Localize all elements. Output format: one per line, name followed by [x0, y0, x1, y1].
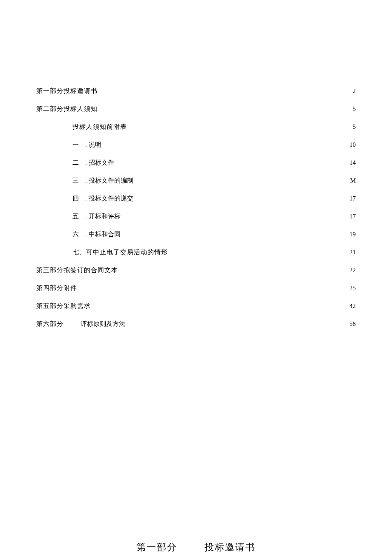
toc-entry-page: 25	[347, 282, 356, 294]
toc-entry: 七、可中止电子交易活动的情形21	[36, 247, 356, 258]
toc-entry-title: 招标文件	[89, 157, 114, 169]
toc-entry-dot: .	[85, 229, 87, 240]
toc-entry-title: 说明	[89, 139, 101, 151]
toc-entry-page: 17	[347, 193, 356, 204]
toc-entry-label: 第三部分拟签订的合同文本	[36, 264, 118, 276]
toc-entry-page: 58	[347, 318, 356, 330]
toc-entry-label: 七、可中止电子交易活动的情形	[72, 247, 168, 258]
toc-entry-number: 六	[72, 229, 85, 240]
toc-entry: 第二部分投标人须知5	[36, 103, 356, 115]
toc-entry-page: 5	[347, 103, 356, 115]
toc-entry: 第三部分拟签订的合同文本22	[36, 264, 356, 276]
toc-entry-dot: .	[85, 193, 87, 204]
toc-entry: 六.中标和合同19	[36, 229, 356, 240]
toc-entry: 三.投标文件的编制M	[36, 175, 356, 186]
toc-entry: 第四部分附件25	[36, 282, 356, 294]
section-heading: 第一部分 投标邀请书	[36, 541, 356, 554]
toc-entry: 第一部分投标邀请书2	[36, 85, 356, 97]
section-part-label: 第一部分	[136, 541, 177, 554]
toc-entry-page: 22	[347, 264, 356, 276]
toc-entry-number: 五	[72, 211, 85, 222]
toc-entry-label: 第四部分附件	[36, 282, 77, 294]
toc-entry-page: 2	[347, 85, 356, 97]
section-title: 投标邀请书	[205, 542, 256, 552]
toc-entry-page: 14	[347, 157, 356, 169]
toc-entry: 五.开标和评标17	[36, 211, 356, 222]
toc-entry-label: 第五部分采购需求	[36, 300, 91, 312]
toc-entry-title: 投标文件的编制	[89, 175, 133, 186]
toc-entry-page: 17	[347, 211, 356, 222]
toc-entry-page: 5	[347, 121, 356, 133]
toc-entry-title: 开标和评标	[89, 211, 121, 222]
toc-entry-page: 10	[347, 139, 356, 151]
toc-entry-page: M	[347, 175, 356, 186]
toc-entry-number: 二	[72, 157, 85, 169]
toc-entry-dot: .	[85, 175, 87, 186]
toc-entry: 第六部分评标原则及方法58	[36, 318, 356, 330]
toc-entry-label: 第六部分	[36, 318, 63, 330]
toc-entry: 第五部分采购需求42	[36, 300, 356, 312]
toc-entry-label: 第二部分投标人须知	[36, 103, 143, 115]
toc-entry-dot: .	[85, 211, 87, 222]
toc-entry-title: 中标和合同	[89, 229, 121, 240]
toc-entry-page: 42	[347, 300, 356, 312]
toc-entry: 一.说明10	[36, 139, 356, 151]
toc-entry-number: 一	[72, 139, 85, 151]
toc-entry-page: 19	[347, 229, 356, 240]
toc-entry-dot: .	[85, 139, 87, 151]
toc-entry-dot: .	[85, 157, 87, 169]
toc-entry-title: 投标文件的递交	[89, 193, 133, 204]
page-content: 第一部分投标邀请书2第二部分投标人须知5投标人须知前附表5一.说明10二.招标文…	[0, 0, 392, 555]
toc-entry-label: 投标人须知前附表	[72, 121, 127, 133]
toc-entry-label: 第一部分投标邀请书	[36, 85, 143, 97]
toc-entry-number: 四	[72, 193, 85, 204]
toc-entry-number: 三	[72, 175, 85, 186]
toc-entry-title: 评标原则及方法	[81, 318, 125, 330]
toc-entry: 二.招标文件14	[36, 157, 356, 169]
toc-entry: 投标人须知前附表5	[36, 121, 356, 133]
toc-entry-page: 21	[347, 247, 356, 258]
table-of-contents: 第一部分投标邀请书2第二部分投标人须知5投标人须知前附表5一.说明10二.招标文…	[36, 85, 356, 330]
toc-entry: 四.投标文件的递交17	[36, 193, 356, 204]
